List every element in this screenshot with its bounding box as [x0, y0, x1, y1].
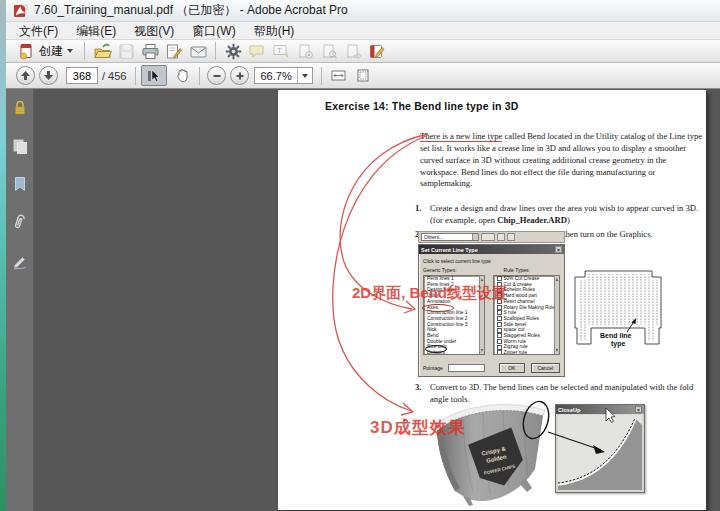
toolbar-separator [135, 67, 136, 85]
closeup-title: CloseUp [558, 407, 580, 413]
page-total-label: / 456 [102, 70, 126, 82]
closeup-window: CloseUp × [555, 404, 645, 493]
create-button[interactable]: 创建 [12, 41, 79, 62]
dialog-hint: Click to select current line type [419, 254, 564, 267]
save-button[interactable] [114, 41, 138, 62]
create-icon [18, 43, 35, 60]
toolbar-separator [321, 67, 322, 85]
doc-search-button[interactable] [317, 41, 341, 62]
print-button[interactable] [138, 41, 162, 62]
fit-page-button[interactable] [351, 65, 375, 86]
zoom-in-button[interactable] [230, 66, 249, 85]
menu-edit[interactable]: 编辑(E) [67, 22, 125, 40]
bend-line-diagram: Bend line type [564, 262, 670, 354]
print-icon [141, 43, 160, 60]
fit-page-icon [355, 68, 371, 83]
save-icon [118, 43, 135, 60]
zoom-level-value: 66.7% [255, 70, 296, 82]
step-1-number: 1. [415, 203, 430, 227]
gear-icon [225, 43, 242, 60]
diagram-label-line2: type [611, 340, 626, 348]
open-folder-icon [93, 43, 112, 60]
dialog-title: Set Current Line Type [421, 247, 478, 253]
dialog-toolbar-button [497, 233, 505, 241]
list-item: Zipper rule [494, 350, 559, 355]
hand-tool-button[interactable] [170, 65, 194, 86]
generic-types-list: Pens lines 1Pens lines 2Design rulesUtil… [423, 275, 485, 355]
sign-document-button[interactable] [162, 41, 186, 62]
dialog-toolbar-button [507, 233, 515, 241]
minus-icon [212, 71, 222, 81]
desktop: 7.60_Training_manual.pdf （已加密） - Adobe A… [0, 0, 720, 511]
dialog-cancel-button: Cancel [531, 363, 560, 373]
embedded-dialog-screenshot: Others... Set Current Line Type × [418, 231, 565, 377]
comment-button[interactable] [245, 41, 269, 62]
attachments-paperclip-icon[interactable] [12, 214, 27, 232]
bookmarks-icon[interactable] [13, 176, 27, 192]
navigation-pane [6, 89, 34, 511]
next-page-button[interactable] [39, 66, 58, 85]
step-1: 1. Create a design and draw lines over t… [415, 203, 712, 227]
step-1-text-end: ) [567, 215, 570, 225]
plus-icon [235, 71, 245, 81]
doc-search-icon [321, 43, 338, 60]
acrobat-pdf-icon [13, 4, 28, 18]
security-lock-icon[interactable] [12, 99, 28, 116]
dialog-list-labels: Generic Types: Rule Types: [419, 267, 564, 275]
fit-width-button[interactable] [327, 65, 351, 86]
closeup-content [558, 415, 642, 490]
select-tool-button[interactable] [141, 65, 167, 86]
red-edit-icon [368, 43, 386, 60]
page-number-input[interactable] [66, 67, 98, 84]
email-icon [189, 44, 208, 59]
dialog-toolbar-strip: Others... [418, 231, 565, 243]
window-title: 7.60_Training_manual.pdf （已加密） - Adobe A… [34, 2, 348, 19]
doc-send-icon [345, 43, 362, 60]
hand-icon [175, 68, 190, 83]
edit-annotations-button[interactable] [365, 41, 389, 62]
line-type-dropdown-value: Others... [424, 234, 443, 240]
step-1-filename: Chip_Header.ARD [497, 215, 567, 225]
sign-document-icon [165, 43, 183, 60]
title-bar[interactable]: 7.60_Training_manual.pdf （已加密） - Adobe A… [6, 0, 720, 22]
toolbar-separator [199, 67, 200, 85]
menu-help[interactable]: 帮助(H) [245, 22, 304, 40]
toolbar-separator [84, 42, 85, 60]
svg-text:T: T [277, 46, 282, 55]
generic-types-label: Generic Types: [423, 267, 457, 273]
red-underlined-text: There is a new line type [420, 131, 502, 142]
pointage-dropdown [448, 364, 485, 372]
diagram-label-line1: Bend line [600, 332, 632, 339]
create-label: 创建 [39, 43, 63, 60]
menu-window[interactable]: 窗口(W) [183, 22, 244, 40]
acrobat-window: 7.60_Training_manual.pdf （已加密） - Adobe A… [6, 0, 720, 511]
dialog-ok-button: OK [499, 363, 525, 373]
text-callout-button[interactable]: T [269, 41, 293, 62]
open-file-button[interactable] [90, 41, 114, 62]
close-icon: × [555, 246, 562, 253]
chevron-down-icon [67, 49, 73, 53]
document-area[interactable]: Exercise 14: The Bend line type in 3D Th… [34, 89, 720, 511]
attach-file-button[interactable] [293, 41, 317, 62]
settings-button[interactable] [221, 41, 245, 62]
red-curve-to-3d [333, 136, 426, 411]
dialog-title-bar: Set Current Line Type × [419, 245, 564, 254]
comment-bubble-icon [248, 43, 266, 59]
list-item: Defpoint [424, 350, 484, 355]
rule-types-list: 50% Cut CreaseCut & creaseEchelon RulesH… [493, 275, 560, 355]
set-current-line-type-dialog: Set Current Line Type × Click to select … [418, 244, 565, 377]
doc-send-button[interactable] [341, 41, 365, 62]
email-button[interactable] [186, 41, 210, 62]
intro-paragraph: There is a new line type called Bend loc… [420, 131, 707, 190]
zoom-out-button[interactable] [207, 66, 226, 85]
select-cursor-icon [147, 69, 161, 83]
zoom-level-select[interactable]: 66.7% [254, 67, 312, 84]
menu-view[interactable]: 视图(V) [125, 22, 183, 40]
page-thumbnails-icon[interactable] [12, 138, 28, 154]
menu-file[interactable]: 文件(F) [10, 22, 67, 40]
previous-page-button[interactable] [16, 66, 35, 85]
closeup-title-bar: CloseUp × [556, 405, 644, 414]
menu-bar: 文件(F) 编辑(E) 视图(V) 窗口(W) 帮助(H) [6, 22, 720, 40]
arrow-up-icon [20, 70, 31, 81]
signatures-icon[interactable] [12, 254, 28, 270]
